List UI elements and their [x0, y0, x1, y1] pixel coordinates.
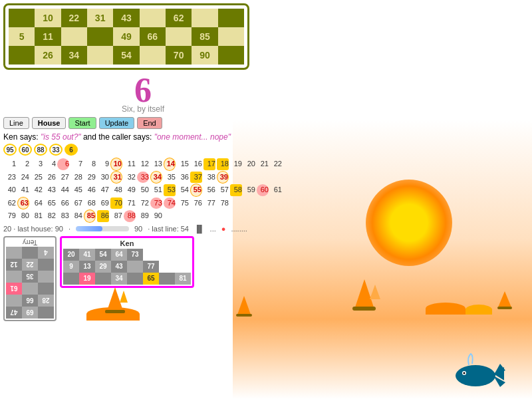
bar-chart-icon: ▐▌: [194, 225, 205, 233]
ken-cell: 43: [111, 261, 127, 273]
bingo-cell: [140, 9, 166, 27]
terry-row: 28 66: [6, 295, 54, 307]
ken-cell: 29: [95, 261, 111, 273]
bingo-cell: 70: [166, 46, 192, 65]
number-grid: 1234678910111213141516171819202122232425…: [3, 158, 283, 223]
svg-point-5: [464, 372, 466, 374]
ken-cell: 41: [79, 249, 95, 261]
caller-answer: "one moment... nope": [154, 132, 231, 142]
bingo-cell: [61, 27, 87, 46]
num: 4: [44, 158, 56, 170]
num: 2: [17, 158, 29, 170]
num: 26: [44, 172, 56, 184]
num: 71: [124, 198, 136, 209]
num: 78: [217, 198, 229, 209]
terry-card: 69 47 28 66 61 35: [3, 236, 57, 321]
num: 1: [4, 158, 16, 170]
whale: [452, 350, 505, 392]
num: 59: [243, 184, 255, 196]
ken-cell: [127, 273, 143, 285]
num: 45: [70, 184, 82, 196]
num: 60: [257, 184, 269, 196]
num: 68: [84, 198, 96, 209]
bingo-cell: [9, 9, 35, 27]
num: 10: [110, 158, 122, 171]
num: 74: [164, 198, 176, 209]
num: 11: [124, 158, 136, 170]
update-button[interactable]: Update: [99, 117, 134, 129]
terry-cell: [22, 247, 38, 259]
num: 39: [217, 171, 229, 184]
start-button[interactable]: Start: [68, 117, 96, 129]
ken-cell: 73: [127, 249, 143, 261]
num: 72: [137, 198, 149, 209]
num: 77: [203, 198, 215, 209]
bingo-cell: 85: [192, 27, 217, 46]
bingo-cell: [87, 46, 113, 65]
bingo-cell: 10: [35, 9, 61, 27]
house-button[interactable]: House: [32, 117, 66, 129]
svg-point-0: [456, 365, 495, 386]
num: 25: [31, 172, 43, 184]
bingo-card-top: 10 22 31 43 62 5 11 49 66 85: [3, 3, 249, 70]
num: 20: [243, 158, 255, 170]
ken-cell: 77: [143, 261, 159, 273]
num: 51: [150, 184, 162, 196]
terry-cell: 61: [6, 283, 22, 295]
terry-cell: [38, 271, 54, 283]
num: 82: [44, 210, 56, 222]
buttons-row: Line House Start Update End: [3, 117, 283, 129]
progress-bar: [76, 226, 129, 231]
num: 30: [97, 172, 109, 184]
progress-end: 90: [134, 225, 142, 233]
num: 38: [203, 172, 215, 184]
num: 69: [97, 198, 109, 209]
terry-cell: 28: [38, 295, 54, 307]
num: 57: [217, 184, 229, 196]
line-button[interactable]: Line: [3, 117, 29, 129]
bingo-cell: 31: [87, 9, 113, 27]
status-line: 20 · last house: 90 · 90 · last line: 54…: [3, 225, 283, 233]
terry-row: 22 12: [6, 259, 54, 271]
num: 32: [124, 172, 136, 184]
bingo-row-1: 10 22 31 43 62: [9, 9, 244, 27]
terry-cell: 35: [22, 271, 38, 283]
num: 13: [150, 158, 162, 170]
num: 41: [17, 184, 29, 196]
num: 12: [137, 158, 149, 170]
ken-row: 9 13 29 43 77: [63, 261, 191, 273]
bingo-cell: [218, 46, 244, 65]
ken-row: 19 34 65 81: [63, 273, 191, 285]
terry-cell: [6, 271, 22, 283]
bingo-cell: 34: [61, 46, 87, 65]
bingo-row-3: 26 34 54 70 90: [9, 46, 244, 65]
num: 83: [57, 210, 69, 222]
ken-card-title: Ken: [63, 239, 191, 247]
terry-cell: 69: [22, 307, 38, 319]
num: 86: [97, 210, 109, 222]
progress-fill: [76, 226, 102, 231]
num: 31: [110, 171, 122, 184]
end-button[interactable]: End: [137, 117, 162, 129]
dot-indicator: ●: [221, 225, 226, 233]
terry-cell: 66: [22, 295, 38, 307]
bingo-cell: 11: [35, 27, 61, 46]
ken-cell: 81: [175, 273, 191, 285]
ken-cell: 64: [111, 249, 127, 261]
num: 66: [57, 198, 69, 209]
num: 29: [84, 172, 96, 184]
land-2: [426, 303, 466, 315]
ken-cell: [127, 261, 143, 273]
num: 47: [97, 184, 109, 196]
ken-cell: [95, 273, 111, 285]
terry-cell: 4: [38, 247, 54, 259]
bingo-cell: [218, 9, 244, 27]
ken-cell: [63, 273, 79, 285]
num: 65: [44, 198, 56, 209]
ken-card-table: 20 41 54 64 73 9 13 29 43 77 19: [63, 249, 191, 285]
bingo-cell: 49: [113, 27, 139, 46]
num: 54: [177, 184, 189, 196]
num: 73: [150, 198, 162, 209]
called-num-6: 6: [65, 144, 78, 156]
terry-cell: [38, 283, 54, 295]
